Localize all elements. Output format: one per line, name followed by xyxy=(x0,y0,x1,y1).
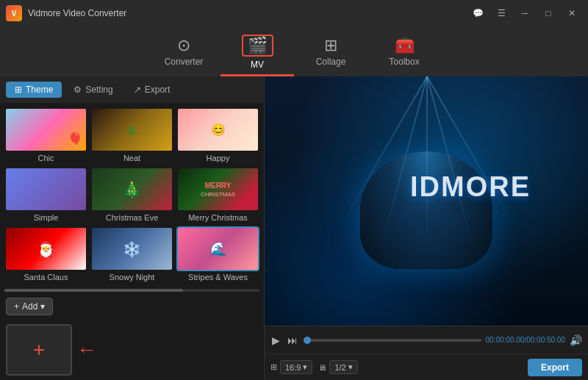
preview-logo: IDMORE xyxy=(410,171,531,203)
progress-bar[interactable] xyxy=(304,339,481,342)
theme-image-neat: 🌲 xyxy=(92,109,172,151)
mv-icon-wrapper: 🎬 xyxy=(242,35,273,57)
clip-arrow: ← xyxy=(76,324,97,376)
theme-scrollbar-thumb xyxy=(4,289,183,292)
bottom-bar: ⊞ 16:9 ▾ 🖥 1/2 ▾ Export xyxy=(265,354,588,380)
minimize-button[interactable]: ─ xyxy=(514,6,535,21)
close-button[interactable]: ✕ xyxy=(562,6,582,21)
theme-item-stripes-waves[interactable]: 🌊 Stripes & Waves xyxy=(176,226,259,283)
theme-image-snowy-night: ❄️ xyxy=(92,228,172,270)
nav-label-toolbox: Toolbox xyxy=(389,57,419,67)
theme-scrollbar[interactable] xyxy=(4,289,259,292)
nav-item-converter[interactable]: ⊙ Converter xyxy=(147,29,220,76)
mv-icon: 🎬 xyxy=(248,36,268,54)
app-title: Vidmore Video Converter xyxy=(28,8,126,18)
ratio-control: ⊞ 16:9 ▾ xyxy=(270,360,312,374)
theme-thumb-simple xyxy=(4,167,87,212)
export-tab-icon: ↗ xyxy=(134,85,141,95)
time-display: 00:00:00.00/00:00:50.00 xyxy=(486,336,565,344)
converter-icon: ⊙ xyxy=(177,37,190,54)
theme-thumb-merry-christmas: MERRY CHRISTMAS xyxy=(176,167,259,212)
theme-item-neat[interactable]: 🌲 Neat xyxy=(90,107,173,164)
nav-item-toolbox[interactable]: 🧰 Toolbox xyxy=(368,29,441,76)
theme-label-santa-claus: Santa Claus xyxy=(24,273,68,282)
maximize-button[interactable]: □ xyxy=(538,6,559,21)
screen-control: 🖥 1/2 ▾ xyxy=(318,360,357,374)
theme-item-santa-claus[interactable]: 🎅 Santa Claus xyxy=(4,226,87,283)
setting-tab-icon: ⚙ xyxy=(74,85,82,95)
add-arrow-icon: ▾ xyxy=(40,301,45,312)
screen-arrow-icon: ▾ xyxy=(348,362,353,372)
theme-item-snowy-night[interactable]: ❄️ Snowy Night xyxy=(90,226,173,283)
theme-thumb-stripes-waves: 🌊 xyxy=(176,226,259,271)
add-icon: + xyxy=(14,301,19,312)
add-row: + Add ▾ xyxy=(0,293,264,320)
main-content: ⊞ Theme ⚙ Setting ↗ Export 🎈 Chic xyxy=(0,76,588,380)
video-preview: IDMORE xyxy=(265,76,588,326)
player-controls: ▶ ⏭ 00:00:00.00/00:00:50.00 🔊 xyxy=(265,326,588,354)
toolbox-icon: 🧰 xyxy=(395,37,415,54)
next-button[interactable]: ⏭ xyxy=(286,333,299,348)
theme-thumb-christmas-eve: 🎄 xyxy=(90,167,173,212)
theme-image-santa-claus: 🎅 xyxy=(6,228,86,270)
title-bar: V Vidmore Video Converter 💬 ☰ ─ □ ✕ xyxy=(0,0,588,26)
theme-label-merry-christmas: Merry Christmas xyxy=(188,213,248,222)
collage-icon: ⊞ xyxy=(324,37,337,54)
theme-thumb-santa-claus: 🎅 xyxy=(4,226,87,271)
add-button[interactable]: + Add ▾ xyxy=(6,298,53,315)
sub-tabs: ⊞ Theme ⚙ Setting ↗ Export xyxy=(0,76,264,103)
chat-button[interactable]: 💬 xyxy=(467,6,488,21)
nav-item-mv[interactable]: 🎬 MV xyxy=(220,29,294,76)
cave-shape xyxy=(360,151,492,269)
theme-label-stripes-waves: Stripes & Waves xyxy=(188,273,248,282)
screen-button[interactable]: 1/2 ▾ xyxy=(329,360,357,374)
theme-thumb-chic: 🎈 xyxy=(4,107,87,152)
title-left: V Vidmore Video Converter xyxy=(6,5,126,21)
theme-item-chic[interactable]: 🎈 Chic xyxy=(4,107,87,164)
theme-image-merry-christmas: MERRY CHRISTMAS xyxy=(178,168,258,210)
screen-value: 1/2 xyxy=(334,363,345,372)
ratio-icon: ⊞ xyxy=(270,362,277,372)
theme-tab-label: Theme xyxy=(26,85,53,95)
clip-area: + ← xyxy=(0,320,264,380)
export-button[interactable]: Export xyxy=(528,359,582,376)
menu-button[interactable]: ☰ xyxy=(491,6,512,21)
tab-setting[interactable]: ⚙ Setting xyxy=(65,82,121,98)
theme-image-stripes-waves: 🌊 xyxy=(178,228,258,270)
theme-label-snowy-night: Snowy Night xyxy=(110,273,155,282)
nav-label-mv: MV xyxy=(251,60,264,70)
clip-placeholder[interactable]: + xyxy=(6,324,72,376)
title-controls: 💬 ☰ ─ □ ✕ xyxy=(467,6,582,21)
theme-tab-icon: ⊞ xyxy=(15,85,22,95)
screen-icon: 🖥 xyxy=(318,363,326,372)
theme-item-merry-christmas[interactable]: MERRY CHRISTMAS Merry Christmas xyxy=(176,167,259,223)
theme-thumb-happy: 😊 xyxy=(176,107,259,152)
theme-image-happy: 😊 xyxy=(178,109,258,151)
theme-image-christmas-eve: 🎄 xyxy=(92,168,172,210)
add-label: Add xyxy=(22,301,37,312)
app-logo: V xyxy=(6,5,22,21)
play-button[interactable]: ▶ xyxy=(270,333,282,348)
theme-label-chic: Chic xyxy=(37,154,54,162)
theme-item-happy[interactable]: 😊 Happy xyxy=(176,107,259,164)
theme-grid: 🎈 Chic 🌲 Neat 😊 xyxy=(0,103,264,287)
nav-label-converter: Converter xyxy=(165,57,204,67)
clip-plus-icon: + xyxy=(33,338,45,362)
theme-label-neat: Neat xyxy=(123,154,140,162)
left-panel: ⊞ Theme ⚙ Setting ↗ Export 🎈 Chic xyxy=(0,76,265,380)
theme-image-chic: 🎈 xyxy=(6,109,86,151)
volume-button[interactable]: 🔊 xyxy=(570,334,582,346)
right-panel: IDMORE ▶ ⏭ 00:00:00.00/00:00:50.00 🔊 ⊞ 1… xyxy=(265,76,588,380)
tab-export[interactable]: ↗ Export xyxy=(125,82,179,98)
theme-item-christmas-eve[interactable]: 🎄 Christmas Eve xyxy=(90,167,173,223)
setting-tab-label: Setting xyxy=(85,85,112,95)
tab-theme[interactable]: ⊞ Theme xyxy=(6,82,62,98)
ratio-value: 16:9 xyxy=(285,363,301,372)
nav-item-collage[interactable]: ⊞ Collage xyxy=(294,29,368,76)
theme-item-simple[interactable]: Simple xyxy=(4,167,87,223)
theme-label-christmas-eve: Christmas Eve xyxy=(106,213,159,222)
theme-label-simple: Simple xyxy=(34,213,59,222)
theme-image-simple xyxy=(6,168,86,210)
ratio-button[interactable]: 16:9 ▾ xyxy=(280,360,312,374)
export-tab-label: Export xyxy=(145,85,171,95)
